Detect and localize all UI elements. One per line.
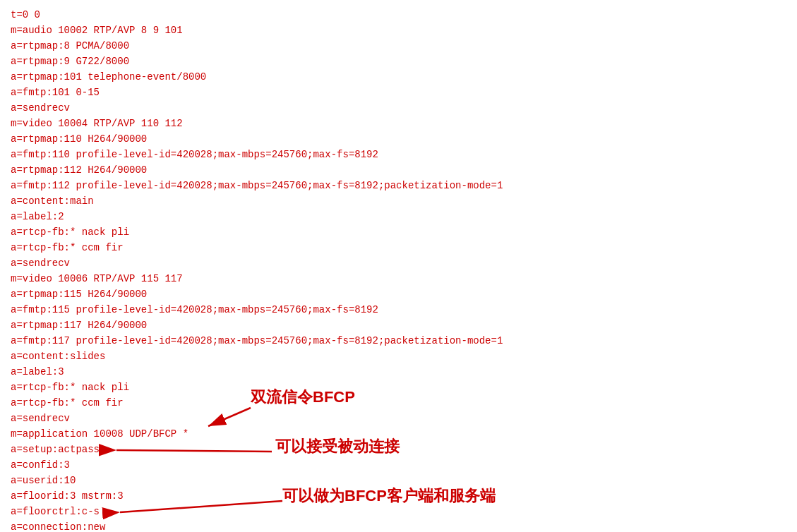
- code-line-22: a=content:slides: [11, 349, 503, 364]
- code-line-7: m=video 10004 RTP/AVP 110 112: [11, 116, 503, 131]
- code-line-4: a=rtpmap:101 telephone-event/8000: [11, 69, 503, 85]
- code-line-13: a=label:2: [11, 209, 503, 224]
- passive-label: 可以接受被动连接: [275, 436, 400, 457]
- code-line-9: a=fmtp:110 profile-level-id=420028;max-m…: [11, 147, 503, 162]
- code-line-21: a=fmtp:117 profile-level-id=420028;max-m…: [11, 333, 503, 349]
- code-line-18: a=rtpmap:115 H264/90000: [11, 286, 503, 302]
- code-line-17: m=video 10006 RTP/AVP 115 117: [11, 271, 503, 286]
- code-line-33: a=connection:new: [11, 519, 503, 532]
- code-line-12: a=content:main: [11, 193, 503, 209]
- code-block: t=0 0m=audio 10002 RTP/AVP 8 9 101a=rtpm…: [0, 0, 513, 532]
- code-line-1: m=audio 10002 RTP/AVP 8 9 101: [11, 23, 503, 38]
- role-annotation: 可以做为BFCP客户端和服务端: [282, 485, 496, 507]
- code-line-2: a=rtpmap:8 PCMA/8000: [11, 38, 503, 54]
- code-line-28: a=setup:actpass: [11, 442, 503, 457]
- code-line-0: t=0 0: [11, 7, 503, 23]
- role-label: 可以做为BFCP客户端和服务端: [282, 485, 496, 507]
- code-line-8: a=rtpmap:110 H264/90000: [11, 131, 503, 147]
- code-line-15: a=rtcp-fb:* ccm fir: [11, 240, 503, 255]
- main-container: t=0 0m=audio 10002 RTP/AVP 8 9 101a=rtpm…: [0, 0, 797, 532]
- code-line-29: a=confid:3: [11, 457, 503, 473]
- code-line-14: a=rtcp-fb:* nack pli: [11, 224, 503, 240]
- code-line-6: a=sendrecv: [11, 100, 503, 116]
- code-line-3: a=rtpmap:9 G722/8000: [11, 54, 503, 69]
- passive-annotation: 可以接受被动连接: [275, 436, 400, 457]
- code-line-19: a=fmtp:115 profile-level-id=420028;max-m…: [11, 302, 503, 318]
- code-line-10: a=rtpmap:112 H264/90000: [11, 162, 503, 178]
- code-line-16: a=sendrecv: [11, 255, 503, 271]
- code-line-27: m=application 10008 UDP/BFCP *: [11, 426, 503, 442]
- bfcp-label: 双流信令BFCP: [251, 387, 355, 408]
- code-line-5: a=fmtp:101 0-15: [11, 85, 503, 100]
- code-line-20: a=rtpmap:117 H264/90000: [11, 318, 503, 333]
- bfcp-annotation: 双流信令BFCP: [251, 387, 355, 408]
- code-line-11: a=fmtp:112 profile-level-id=420028;max-m…: [11, 178, 503, 193]
- code-line-26: a=sendrecv: [11, 411, 503, 426]
- code-line-23: a=label:3: [11, 364, 503, 380]
